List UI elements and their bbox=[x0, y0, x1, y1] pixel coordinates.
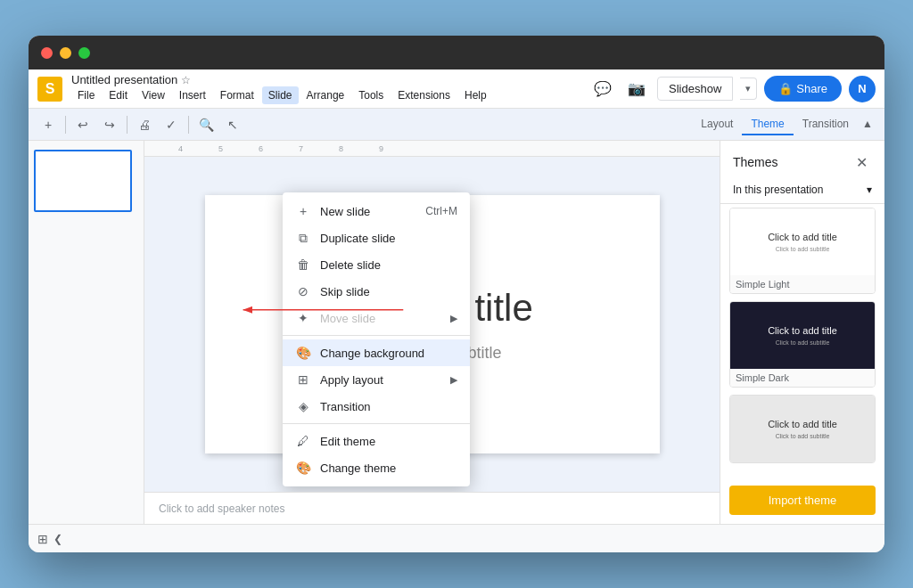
canvas-area: 4 5 6 7 8 9 + New slide Ctrl+M bbox=[144, 141, 720, 524]
theme-preview-dark: Click to add title Click to add subtitle bbox=[730, 302, 875, 369]
themes-section-label: In this presentation bbox=[733, 184, 823, 196]
theme-card-simple-dark[interactable]: Click to add title Click to add subtitle… bbox=[729, 301, 876, 388]
toolbar-zoom-btn[interactable]: 🔍 bbox=[193, 112, 218, 137]
user-avatar[interactable]: N bbox=[849, 76, 876, 102]
toolbar-plus-btn[interactable]: + bbox=[36, 112, 61, 137]
background-icon: 🎨 bbox=[295, 345, 311, 361]
menu-item-skip-slide[interactable]: ⊘ Skip slide bbox=[283, 278, 470, 305]
menu-divider-2 bbox=[283, 423, 470, 424]
menu-format[interactable]: Format bbox=[214, 86, 260, 104]
menu-edit[interactable]: Edit bbox=[103, 86, 134, 104]
camera-icon[interactable]: 📷 bbox=[623, 76, 650, 102]
tab-layout[interactable]: Layout bbox=[692, 114, 742, 135]
toolbar-spellcheck-btn[interactable]: ✓ bbox=[159, 112, 184, 137]
logo-letter: S bbox=[45, 81, 55, 97]
menu-arrange[interactable]: Arrange bbox=[300, 86, 351, 104]
delete-label: Delete slide bbox=[320, 258, 457, 272]
menu-item-new-slide[interactable]: + New slide Ctrl+M bbox=[283, 198, 470, 225]
move-icon: ✦ bbox=[295, 310, 311, 326]
panel-collapse-btn[interactable]: ▲ bbox=[858, 114, 877, 134]
ruler-tick: 8 bbox=[321, 144, 361, 153]
toolbar-sep-3 bbox=[188, 116, 189, 134]
slide-thumbnail-1[interactable]: 1 bbox=[34, 150, 132, 212]
themes-scroll: Click to add title Click to add subtitle… bbox=[720, 208, 884, 477]
menu-file[interactable]: File bbox=[71, 86, 101, 104]
app-title: Untitled presentation ☆ bbox=[71, 73, 493, 86]
minimize-button[interactable] bbox=[60, 47, 71, 59]
app-logo: S bbox=[37, 77, 62, 102]
canvas-wrapper: + New slide Ctrl+M ⧉ Duplicate slide 🗑 D… bbox=[144, 157, 720, 492]
toolbar-cursor-btn[interactable]: ↖ bbox=[220, 112, 245, 137]
theme-title-gray: Click to add title bbox=[768, 419, 837, 429]
new-slide-shortcut: Ctrl+M bbox=[425, 205, 457, 217]
menu-tools[interactable]: Tools bbox=[352, 86, 390, 104]
themes-divider bbox=[720, 203, 884, 204]
main-area: 1 4 5 6 7 8 9 + New slid bbox=[29, 141, 884, 524]
toolbar-print-btn[interactable]: 🖨 bbox=[132, 112, 157, 137]
menu-extensions[interactable]: Extensions bbox=[391, 86, 456, 104]
panel-toggle-chevron[interactable]: ❮ bbox=[53, 533, 62, 545]
menu-item-delete-slide[interactable]: 🗑 Delete slide bbox=[283, 251, 470, 278]
menu-insert[interactable]: Insert bbox=[173, 86, 212, 104]
menu-item-duplicate-slide[interactable]: ⧉ Duplicate slide bbox=[283, 225, 470, 251]
maximize-button[interactable] bbox=[78, 47, 90, 59]
toolbar-undo-btn[interactable]: ↩ bbox=[70, 112, 95, 137]
close-button[interactable] bbox=[41, 47, 53, 59]
menu-help[interactable]: Help bbox=[458, 86, 493, 104]
layout-arrow: ▶ bbox=[450, 374, 457, 386]
bottom-bar: ⊞ ❮ bbox=[29, 524, 884, 552]
menu-slide[interactable]: Slide bbox=[262, 86, 299, 104]
ruler-tick: 7 bbox=[281, 144, 321, 153]
toolbar-sep-1 bbox=[65, 116, 66, 134]
theme-title-simple-dark: Click to add title bbox=[768, 325, 837, 336]
comment-icon[interactable]: 💬 bbox=[589, 76, 616, 102]
menu-item-change-theme[interactable]: 🎨 Change theme bbox=[283, 454, 470, 481]
titlebar bbox=[29, 36, 884, 69]
lock-icon: 🔒 bbox=[778, 82, 793, 95]
theme-card-gray[interactable]: Click to add title Click to add subtitle bbox=[729, 395, 876, 463]
star-icon[interactable]: ☆ bbox=[181, 74, 191, 86]
move-arrow: ▶ bbox=[450, 313, 457, 324]
transition-label: Transition bbox=[320, 400, 457, 413]
theme-card-simple-light[interactable]: Click to add title Click to add subtitle… bbox=[729, 208, 876, 294]
speaker-notes-placeholder: Click to add speaker notes bbox=[159, 502, 284, 515]
change-theme-icon: 🎨 bbox=[295, 460, 311, 476]
menu-item-apply-layout[interactable]: ⊞ Apply layout ▶ bbox=[283, 366, 470, 393]
ruler-tick: 5 bbox=[201, 144, 241, 153]
new-slide-icon: + bbox=[295, 203, 311, 219]
theme-preview-gray: Click to add title Click to add subtitle bbox=[730, 396, 875, 462]
grid-view-icon[interactable]: ⊞ bbox=[37, 532, 48, 546]
menu-item-move-slide: ✦ Move slide ▶ bbox=[283, 305, 470, 331]
theme-name-simple-light: Simple Light bbox=[730, 275, 875, 293]
edit-theme-icon: 🖊 bbox=[295, 433, 311, 449]
tab-transition[interactable]: Transition bbox=[794, 114, 858, 135]
speaker-notes[interactable]: Click to add speaker notes bbox=[144, 492, 720, 524]
theme-name-simple-dark: Simple Dark bbox=[730, 369, 875, 387]
themes-close-button[interactable]: ✕ bbox=[851, 151, 872, 173]
slideshow-button[interactable]: Slideshow bbox=[657, 77, 733, 101]
duplicate-icon: ⧉ bbox=[295, 230, 311, 246]
menu-item-edit-theme[interactable]: 🖊 Edit theme bbox=[283, 428, 470, 454]
themes-title: Themes bbox=[733, 155, 778, 169]
context-menu: + New slide Ctrl+M ⧉ Duplicate slide 🗑 D… bbox=[283, 192, 470, 486]
move-label: Move slide bbox=[320, 312, 441, 325]
slideshow-caret-button[interactable]: ▾ bbox=[740, 78, 757, 100]
apply-layout-label: Apply layout bbox=[320, 373, 441, 387]
change-theme-label: Change theme bbox=[320, 461, 457, 475]
skip-label: Skip slide bbox=[320, 285, 457, 298]
menu-item-transition[interactable]: ◈ Transition bbox=[283, 393, 470, 420]
app-title-area: Untitled presentation ☆ File Edit View I… bbox=[71, 73, 493, 104]
theme-subtitle-gray: Click to add subtitle bbox=[776, 433, 830, 439]
themes-header: Themes ✕ bbox=[720, 141, 884, 180]
theme-subtitle-simple-light: Click to add subtitle bbox=[776, 246, 830, 252]
import-theme-button[interactable]: Import theme bbox=[729, 486, 876, 515]
share-button[interactable]: 🔒 Share bbox=[764, 76, 842, 102]
themes-section: In this presentation ▾ bbox=[720, 180, 884, 203]
menu-bar: File Edit View Insert Format Slide Arran… bbox=[71, 86, 493, 104]
tab-theme[interactable]: Theme bbox=[742, 114, 793, 135]
menu-view[interactable]: View bbox=[136, 86, 171, 104]
app-window: S Untitled presentation ☆ File Edit View… bbox=[29, 36, 884, 552]
menu-item-change-background[interactable]: 🎨 Change background bbox=[283, 339, 470, 366]
themes-section-chevron[interactable]: ▾ bbox=[867, 184, 872, 196]
toolbar-redo-btn[interactable]: ↪ bbox=[97, 112, 122, 137]
